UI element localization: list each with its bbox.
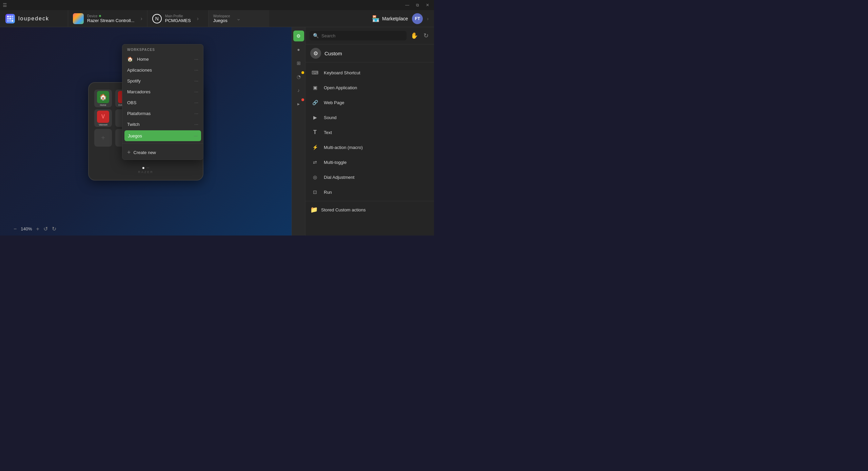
side-icon-twitch[interactable]: ▸ bbox=[293, 98, 304, 109]
profile-chevron-icon: › bbox=[197, 16, 199, 22]
app-header: loupedeck Device Razer Stream Controll..… bbox=[0, 10, 434, 27]
device-icon bbox=[73, 13, 84, 24]
workspace-item-twitch-more[interactable]: ··· bbox=[194, 121, 198, 127]
create-new-label: Create new bbox=[134, 150, 156, 155]
device-info: Device Razer Stream Controll... bbox=[87, 14, 134, 23]
open-application-icon: ▣ bbox=[310, 83, 320, 92]
user-avatar[interactable]: FT bbox=[412, 13, 423, 24]
minimize-button[interactable]: — bbox=[403, 1, 411, 9]
nav-arrow-icon[interactable]: › bbox=[427, 16, 429, 21]
workspace-item-marcadores[interactable]: Marcadores ··· bbox=[122, 86, 203, 97]
custom-section-icon: ⚙ bbox=[310, 48, 321, 59]
action-multi-action[interactable]: ⚡ Multi-action (macro) bbox=[305, 140, 434, 155]
grid-cell-valorant[interactable]: V Valorant bbox=[94, 109, 112, 127]
grid-cell-home[interactable]: 🏠 Home bbox=[94, 90, 112, 107]
side-icon-grid[interactable]: ⊞ bbox=[293, 58, 304, 69]
run-icon: ⊡ bbox=[310, 187, 320, 197]
header-right: 🏪 Marketplace FT › bbox=[367, 13, 434, 24]
text-label: Text bbox=[324, 130, 332, 135]
workspace-item-home[interactable]: 🏠 Home ··· bbox=[122, 54, 203, 64]
device-selector[interactable]: Device Razer Stream Controll... › bbox=[68, 10, 147, 27]
workspace-item-home-more[interactable]: ··· bbox=[194, 56, 198, 62]
profile-icon: N bbox=[152, 14, 162, 23]
maximize-button[interactable]: ⧉ bbox=[414, 1, 421, 9]
refresh-button[interactable]: ↻ bbox=[422, 31, 430, 41]
redo-button[interactable]: ↻ bbox=[52, 226, 56, 232]
app-valorant-label: Valorant bbox=[99, 124, 107, 126]
open-application-label: Open Application bbox=[324, 85, 357, 90]
logo-icon bbox=[5, 14, 15, 23]
workspace-item-plataformas-more[interactable]: ··· bbox=[194, 111, 198, 116]
workspace-item-spotify[interactable]: Spotify ··· bbox=[122, 75, 203, 86]
bottom-toolbar: − 140% + ↺ ↻ bbox=[14, 226, 56, 232]
zoom-out-button[interactable]: − bbox=[14, 226, 17, 232]
text-icon: T bbox=[310, 128, 320, 137]
custom-section-header: ⚙ Custom bbox=[305, 44, 434, 62]
workspace-selector[interactable]: Workspace Juegos ⌄ bbox=[208, 10, 269, 27]
marketplace-label: Marketplace bbox=[382, 16, 408, 21]
workspace-item-aplicaciones[interactable]: Aplicaciones ··· bbox=[122, 64, 203, 75]
device-name: Razer Stream Controll... bbox=[87, 18, 134, 23]
dial-adjustment-icon: ◎ bbox=[310, 172, 320, 182]
action-text[interactable]: T Text bbox=[305, 125, 434, 140]
workspace-item-twitch[interactable]: Twitch ··· bbox=[122, 119, 203, 130]
grid-cell-empty-r3c1[interactable]: + bbox=[94, 129, 112, 147]
app-home-icon: 🏠 bbox=[97, 91, 109, 103]
workspace-item-juegos[interactable]: Juegos ··· bbox=[124, 130, 201, 141]
workspaces-section-title: WORKSPACES bbox=[122, 44, 203, 54]
workspace-item-plataformas-label: Plataformas bbox=[127, 111, 151, 116]
workspace-item-spotify-more[interactable]: ··· bbox=[194, 78, 198, 83]
multi-action-label: Multi-action (macro) bbox=[324, 145, 363, 150]
side-icon-spotify[interactable]: ♪ bbox=[293, 85, 304, 96]
zoom-in-button[interactable]: + bbox=[36, 226, 39, 232]
action-dial-adjustment[interactable]: ◎ Dial Adjustment bbox=[305, 170, 434, 185]
workspace-chevron-icon: ⌄ bbox=[236, 15, 241, 22]
marketplace-icon: 🏪 bbox=[372, 15, 379, 22]
workspace-item-aplicaciones-more[interactable]: ··· bbox=[194, 67, 198, 73]
app-valorant-icon: V bbox=[97, 111, 109, 123]
workspace-item-obs-label: OBS bbox=[127, 100, 136, 105]
marketplace-button[interactable]: 🏪 Marketplace bbox=[372, 15, 408, 22]
app-home-label: Home bbox=[100, 104, 106, 106]
svg-rect-5 bbox=[12, 18, 13, 19]
profile-selector[interactable]: N Main Profile PCMGAMES › bbox=[147, 10, 208, 27]
workspace-item-plataformas[interactable]: Plataformas ··· bbox=[122, 108, 203, 119]
action-web-page[interactable]: 🔗 Web Page bbox=[305, 95, 434, 110]
action-run[interactable]: ⊡ Run bbox=[305, 185, 434, 200]
side-icon-custom[interactable]: ⚙ bbox=[293, 31, 304, 41]
action-keyboard-shortcut[interactable]: ⌨ Keyboard Shortcut bbox=[305, 65, 434, 80]
profile-label: Main Profile bbox=[165, 14, 191, 18]
workspace-item-obs[interactable]: OBS ··· bbox=[122, 97, 203, 108]
close-button[interactable]: ✕ bbox=[424, 1, 431, 9]
app-logo-text: loupedeck bbox=[18, 16, 49, 22]
hamburger-menu-icon[interactable]: ☰ bbox=[3, 2, 7, 8]
actions-list: ⌨ Keyboard Shortcut ▣ Open Application 🔗… bbox=[305, 62, 434, 236]
undo-button[interactable]: ↺ bbox=[43, 226, 48, 232]
workspace-item-spotify-label: Spotify bbox=[127, 78, 141, 83]
search-input[interactable] bbox=[321, 33, 403, 38]
side-icon-obs[interactable]: ● bbox=[293, 44, 304, 55]
action-multi-toggle[interactable]: ⇄ Multi-toggle bbox=[305, 155, 434, 170]
workspace-item-obs-more[interactable]: ··· bbox=[194, 100, 198, 105]
search-input-wrapper[interactable]: 🔍 bbox=[310, 31, 407, 40]
device-chevron-icon: › bbox=[140, 16, 142, 22]
right-panel: 🔍 ✋ ↻ ⚙ Custom ⌨ Keyboard Shortcut ▣ Ope… bbox=[305, 27, 434, 236]
svg-rect-7 bbox=[9, 20, 11, 22]
profile-info: Main Profile PCMGAMES bbox=[165, 14, 191, 23]
workspace-info: Workspace Juegos bbox=[213, 14, 230, 23]
action-sound[interactable]: ▶ Sound bbox=[305, 110, 434, 125]
svg-rect-0 bbox=[7, 16, 9, 17]
profile-name: PCMGAMES bbox=[165, 18, 191, 23]
workspace-item-marcadores-more[interactable]: ··· bbox=[194, 89, 198, 94]
side-icon-clock[interactable]: ◔ bbox=[293, 71, 304, 82]
device-brand: RAZER bbox=[138, 170, 154, 174]
stored-custom-actions[interactable]: 📁 Stored Custom actions bbox=[305, 203, 434, 217]
side-icon-panel: ⚙ ● ⊞ ◔ ♪ ▸ bbox=[292, 27, 305, 236]
create-new-button[interactable]: + Create new bbox=[122, 146, 203, 159]
web-page-label: Web Page bbox=[324, 100, 344, 105]
workspace-item-juegos-more[interactable]: ··· bbox=[194, 133, 198, 138]
hand-tool-button[interactable]: ✋ bbox=[409, 31, 419, 41]
action-open-application[interactable]: ▣ Open Application bbox=[305, 80, 434, 95]
run-label: Run bbox=[324, 190, 332, 195]
multi-toggle-label: Multi-toggle bbox=[324, 160, 347, 165]
